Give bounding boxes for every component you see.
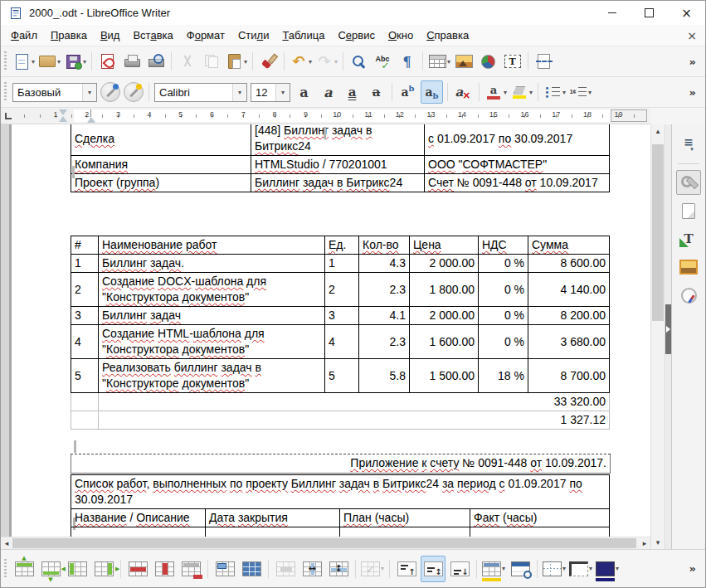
table-cell[interactable]: Наименование работ <box>99 236 325 255</box>
table-cell[interactable]: 4 140.00 <box>528 273 610 307</box>
table-cell[interactable]: 4.3 <box>359 255 410 273</box>
menu-tools[interactable]: Сервис <box>331 26 382 45</box>
page-break-button[interactable] <box>533 50 555 73</box>
table-cell[interactable]: НДС <box>479 236 528 255</box>
sidebar-tab-sidebar-settings[interactable] <box>676 133 701 158</box>
scroll-right-icon[interactable]: ▸ <box>639 537 650 549</box>
bold-button[interactable] <box>293 80 315 104</box>
table-cell[interactable]: Биллинг задач. <box>99 255 325 273</box>
open-folder-button[interactable]: ▾ <box>37 50 61 73</box>
table-cell[interactable]: 5 <box>325 359 359 393</box>
delete-rows-button[interactable] <box>125 556 150 582</box>
border-color-dropdown-arrow[interactable]: ▾ <box>616 565 619 572</box>
table-cell[interactable] <box>71 527 206 537</box>
borders-button[interactable]: ▾ <box>542 556 567 582</box>
table-cell[interactable]: Создание DOCX-шаблона для "Конструктора … <box>99 273 325 307</box>
split-cells-vertically-button[interactable] <box>299 556 324 582</box>
insert-chart-button[interactable] <box>477 50 499 73</box>
table-cell[interactable]: 4 <box>325 325 359 359</box>
subscript-button[interactable] <box>421 80 443 104</box>
sidebar-tab-navigator[interactable] <box>676 283 701 308</box>
toolbar-overflow-button[interactable]: » <box>685 56 700 68</box>
table-cell[interactable]: 4 <box>71 325 99 359</box>
new-document-button[interactable]: ▾ <box>12 50 36 73</box>
formatting-marks-button[interactable] <box>396 50 418 73</box>
font-size-combobox[interactable]: 12 <box>251 83 290 102</box>
align-center-button[interactable] <box>421 556 446 582</box>
table-cell[interactable]: 1 800.00 <box>410 273 479 307</box>
appendix-note[interactable]: Приложение к счету № 0091-448 от 10.09.2… <box>71 454 611 474</box>
first-line-indent-marker[interactable] <box>59 109 67 115</box>
table-cell[interactable]: HTMLStudio / 770201001 <box>251 156 425 174</box>
table-cell[interactable]: 5 <box>71 359 99 393</box>
print-button[interactable] <box>120 50 143 73</box>
background-color-button[interactable]: ▾ <box>481 556 506 582</box>
rows-below-button[interactable] <box>38 556 63 582</box>
copy-button[interactable] <box>200 50 222 73</box>
columns-before-button[interactable] <box>65 556 90 582</box>
table-cell[interactable]: 2 <box>71 273 99 307</box>
clone-formatting-button[interactable] <box>257 50 280 73</box>
tab-stop-selector-icon[interactable] <box>5 113 12 119</box>
sidebar-splitter-handle[interactable] <box>665 304 671 354</box>
cut-button[interactable] <box>176 50 198 73</box>
table-cell[interactable]: # <box>71 236 99 255</box>
align-bottom-button[interactable] <box>447 556 472 582</box>
columns-after-button[interactable] <box>91 556 116 582</box>
total-value-cell[interactable]: 1 327.12 <box>99 411 610 430</box>
table-properties-button[interactable] <box>508 556 533 582</box>
autoformat-dropdown-arrow[interactable]: ▾ <box>381 565 384 572</box>
menu-format[interactable]: Формат <box>180 26 231 45</box>
border-color-button[interactable]: ▾ <box>595 556 620 582</box>
superscript-button[interactable] <box>397 80 419 104</box>
split-cells-horizontally-button[interactable] <box>326 556 351 582</box>
menu-edit[interactable]: Правка <box>44 26 94 45</box>
bullets-dropdown-arrow[interactable]: ▾ <box>562 89 566 96</box>
merge-cells-button[interactable] <box>273 556 298 582</box>
new-document-dropdown-arrow[interactable]: ▾ <box>32 58 35 66</box>
scroll-left-icon[interactable]: ◂ <box>1 537 12 549</box>
highlight-color-button[interactable]: ▾ <box>509 80 533 104</box>
table-cell[interactable]: 1 600.00 <box>410 325 479 359</box>
background-color-dropdown-arrow[interactable]: ▾ <box>502 565 505 572</box>
font-color-button[interactable]: ▾ <box>484 80 508 104</box>
table-cell[interactable]: 2.3 <box>359 273 410 307</box>
menu-insert[interactable]: Вставка <box>126 26 179 45</box>
save-dropdown-arrow[interactable]: ▾ <box>83 58 86 66</box>
italic-button[interactable] <box>317 80 339 104</box>
table-cell[interactable]: Ед. <box>325 236 359 255</box>
left-indent-marker[interactable] <box>59 116 67 122</box>
undo-dropdown-arrow[interactable]: ▾ <box>309 58 312 66</box>
table-cell[interactable]: ООО "СОФТМАСТЕР" <box>425 156 610 174</box>
table-cell[interactable] <box>71 411 99 430</box>
table-cell[interactable]: Сделка <box>71 124 251 156</box>
paragraph-style-combobox[interactable]: Базовый <box>12 83 97 102</box>
align-top-button[interactable] <box>394 556 419 582</box>
strikethrough-button[interactable] <box>365 80 387 104</box>
table-cell[interactable]: 2.3 <box>359 325 410 359</box>
table-cell[interactable]: 1 <box>71 255 99 273</box>
insert-image-button[interactable] <box>453 50 475 73</box>
autoformat-button[interactable]: ▾ <box>360 556 385 582</box>
table-cell[interactable]: 0 % <box>479 307 528 325</box>
select-table-button[interactable] <box>239 556 264 582</box>
print-preview-button[interactable] <box>144 50 167 73</box>
insert-table-button[interactable]: ▾ <box>427 50 451 73</box>
appendix-intro-cell[interactable]: Список работ, выполненных по проекту Бил… <box>71 475 610 509</box>
table-cell[interactable] <box>470 527 610 537</box>
borders-dropdown-arrow[interactable]: ▾ <box>562 565 566 572</box>
table-cell[interactable]: 0 % <box>479 255 528 273</box>
table-cell[interactable]: 8 200.00 <box>528 307 610 325</box>
table-cell[interactable]: 2 000.00 <box>410 255 479 273</box>
table-cell[interactable]: Создание HTML-шаблона для "Конструктора … <box>99 325 325 359</box>
total-value-cell[interactable]: 33 320.00 <box>99 393 610 411</box>
menu-styles[interactable]: Стили <box>231 26 275 45</box>
table-cell[interactable]: Цена <box>410 236 479 255</box>
numbering-dropdown-arrow[interactable]: ▾ <box>588 89 592 96</box>
table-cell[interactable]: 3 <box>325 307 359 325</box>
toolbar-grip[interactable] <box>4 559 7 579</box>
table-cell[interactable] <box>206 527 340 537</box>
menu-window[interactable]: Окно <box>382 26 420 45</box>
table-cell[interactable]: 8 600.00 <box>528 255 610 273</box>
undo-button[interactable]: ▾ <box>289 50 313 73</box>
